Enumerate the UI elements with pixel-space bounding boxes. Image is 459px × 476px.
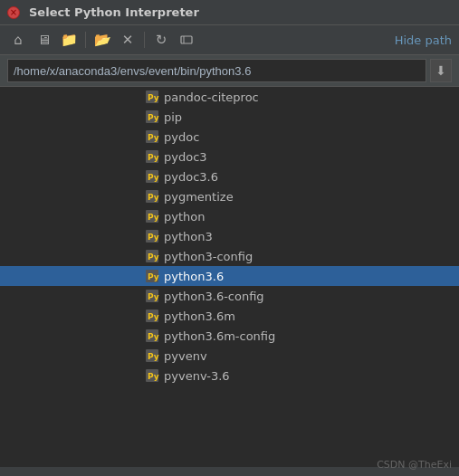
title-bar: × Select Python Interpreter (0, 0, 459, 25)
path-confirm-button[interactable]: ⬇ (430, 59, 452, 82)
file-icon: Py (145, 169, 159, 184)
file-name: python3-config (164, 250, 253, 263)
computer-button[interactable]: 🖥 (33, 29, 54, 51)
close-icon: × (10, 7, 17, 17)
file-icon: Py (145, 249, 159, 263)
list-item[interactable]: Py python3.6 (0, 266, 459, 286)
home-button[interactable]: ⌂ (7, 29, 29, 51)
svg-text:Py: Py (148, 272, 159, 281)
list-item[interactable]: Py python3-config (0, 246, 459, 266)
list-item[interactable]: Py pyvenv (0, 346, 459, 366)
delete-button[interactable]: ✕ (117, 29, 139, 51)
svg-text:Py: Py (148, 213, 159, 222)
list-item[interactable]: Py pandoc-citeproc (0, 87, 459, 107)
svg-text:Py: Py (148, 173, 159, 182)
file-icon: Py (145, 90, 159, 104)
svg-text:Py: Py (148, 113, 159, 122)
file-icon: Py (145, 309, 159, 323)
close-button[interactable]: × (7, 6, 20, 19)
svg-text:Py: Py (148, 372, 159, 381)
separator-1 (85, 32, 86, 48)
separator-2 (144, 32, 145, 48)
file-list-container: Py pandoc-citeproc Py pip Py pydoc Py py… (0, 87, 459, 467)
file-icon: Py (145, 328, 159, 343)
folder-button[interactable]: 📁 (58, 29, 80, 51)
window-title: Select Python Interpreter (29, 5, 199, 19)
file-name: python (164, 210, 205, 224)
svg-text:Py: Py (148, 252, 159, 262)
file-icon: Py (145, 129, 159, 144)
path-bar: ⬇ (0, 55, 459, 87)
file-name: pydoc (164, 130, 199, 144)
file-name: pyvenv-3.6 (164, 369, 230, 383)
hide-path-button[interactable]: Hide path (395, 33, 452, 47)
file-icon: Py (145, 229, 159, 243)
file-name: pyvenv (164, 349, 207, 363)
new-folder-button[interactable]: 📂 (91, 29, 113, 51)
svg-text:Py: Py (148, 352, 159, 361)
file-name: pygmentize (164, 190, 234, 204)
svg-text:Py: Py (148, 312, 159, 321)
list-item[interactable]: Py pygmentize (0, 186, 459, 206)
svg-text:Py: Py (148, 292, 159, 301)
list-item[interactable]: Py python3 (0, 226, 459, 246)
file-name: pydoc3 (164, 150, 207, 164)
svg-text:Py: Py (148, 93, 159, 102)
file-icon: Py (145, 189, 159, 204)
svg-text:Py: Py (148, 133, 159, 142)
file-name: python3.6m (164, 309, 235, 323)
file-icon: Py (145, 348, 159, 363)
file-icon: Py (145, 368, 159, 383)
file-name: python3 (164, 230, 213, 243)
svg-text:Py: Py (148, 153, 159, 162)
list-item[interactable]: Py pydoc3.6 (0, 167, 459, 186)
list-item[interactable]: Py python (0, 206, 459, 226)
file-icon: Py (145, 209, 159, 224)
list-item[interactable]: Py python3.6m-config (0, 326, 459, 346)
window-controls: × (7, 6, 20, 19)
path-input[interactable] (7, 59, 426, 82)
link-button[interactable] (176, 29, 197, 51)
file-name: python3.6-config (164, 290, 264, 303)
svg-rect-0 (181, 36, 192, 43)
svg-text:Py: Py (148, 233, 159, 242)
file-name: python3.6 (164, 270, 224, 283)
svg-text:Py: Py (148, 332, 159, 341)
file-name: pip (164, 110, 182, 124)
file-name: python3.6m-config (164, 329, 275, 343)
refresh-button[interactable]: ↻ (150, 29, 172, 51)
list-item[interactable]: Py python3.6-config (0, 286, 459, 306)
file-icon: Py (145, 269, 159, 283)
list-item[interactable]: Py python3.6m (0, 306, 459, 326)
list-item[interactable]: Py pydoc3 (0, 147, 459, 167)
file-name: pandoc-citeproc (164, 90, 259, 104)
file-icon: Py (145, 289, 159, 303)
toolbar: ⌂ 🖥 📁 📂 ✕ ↻ Hide path (0, 25, 459, 55)
svg-text:Py: Py (148, 193, 159, 202)
file-list: Py pandoc-citeproc Py pip Py pydoc Py py… (0, 87, 459, 467)
file-name: pydoc3.6 (164, 170, 218, 184)
list-item[interactable]: Py pydoc (0, 127, 459, 147)
file-icon: Py (145, 109, 159, 124)
file-icon: Py (145, 149, 159, 164)
list-item[interactable]: Py pyvenv-3.6 (0, 366, 459, 386)
list-item[interactable]: Py pip (0, 107, 459, 127)
